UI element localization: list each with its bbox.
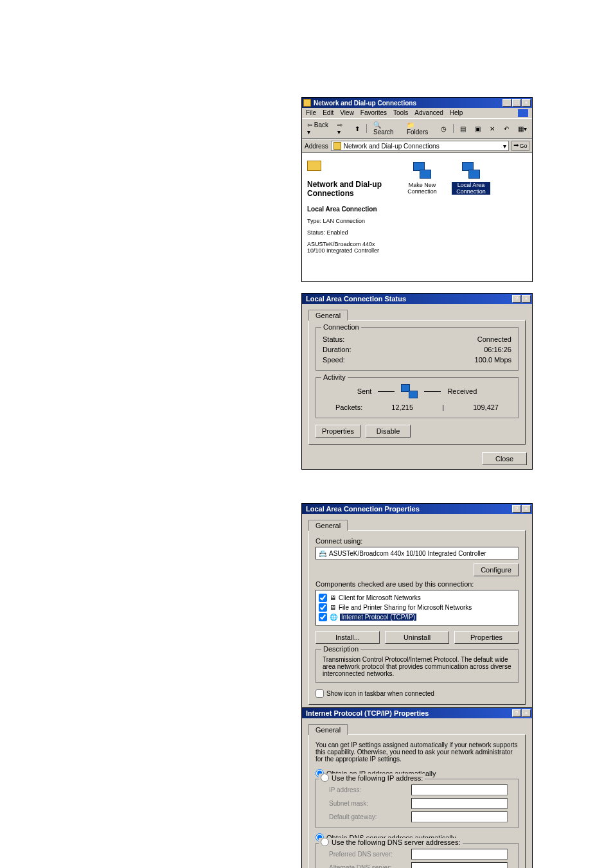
pdns-field: Preferred DNS server: [317,847,514,861]
up-button[interactable]: ⬆ [352,124,362,134]
protocol-icon: 🌐 [330,614,337,621]
close-button[interactable]: × [522,99,531,107]
description-group: Description Transmission Control Protoco… [315,649,519,683]
menu-help[interactable]: Help [450,109,463,117]
folders-button[interactable]: 📁 Folders [404,120,434,137]
close-button[interactable]: × [522,709,531,717]
pdns-input[interactable] [411,849,508,860]
copy-button[interactable]: ▣ [472,124,483,134]
gateway-input[interactable] [411,811,508,822]
use-ip-radio[interactable]: Use the following IP address: [319,774,425,782]
ip-input[interactable] [411,784,508,795]
activity-legend: Activity [321,373,348,381]
close-button[interactable]: × [522,505,531,513]
radio[interactable] [321,838,329,846]
radio-label: Use the following IP address: [332,774,423,782]
chk[interactable] [315,689,324,698]
delete-button[interactable]: ✕ [487,124,497,134]
adns-input[interactable] [411,862,508,868]
help-button[interactable]: ? [512,295,521,303]
address-box[interactable]: Network and Dial-up Connections ▾ [331,141,509,151]
menu-file[interactable]: File [306,109,316,117]
computer-icon: 🖥 [330,594,336,601]
uninstall-button[interactable]: Uninstall [385,631,449,644]
component-label: File and Printer Sharing for Microsoft N… [339,604,472,611]
make-new-connection[interactable]: Make New Connection [403,159,441,275]
chk[interactable] [319,603,327,612]
address-label: Address [305,143,328,150]
tab-general[interactable]: General [308,310,348,321]
radio[interactable] [321,774,329,782]
nic-icon: 📇 [319,550,326,557]
brand-icon [518,109,528,117]
conn-type: Type: LAN Connection [307,218,390,224]
undo-button[interactable]: ↶ [501,124,511,134]
configure-button[interactable]: Configure [474,563,519,576]
ip-field: IP address: [317,783,514,797]
separator [453,124,454,133]
props-title: Local Area Connection Properties [303,505,420,513]
help-button[interactable]: ? [512,505,521,513]
connect-using-label: Connect using: [315,537,519,545]
description-text: Transmission Control Protocol/Internet P… [323,656,511,677]
menu-advanced[interactable]: Advanced [414,109,443,117]
sent-label: Sent [357,387,372,395]
component-label: Internet Protocol (TCP/IP) [340,614,416,621]
field-label: Preferred DNS server: [329,851,406,858]
explorer-title: Network and Dial-up Connections [314,100,416,107]
menu-favorites[interactable]: Favorites [360,109,387,117]
connection-legend: Connection [321,323,361,331]
components-list[interactable]: 🖥Client for Microsoft Networks 🖥File and… [315,590,519,626]
connection-group: Connection Status:Connected Duration:06:… [315,327,519,371]
mask-input[interactable] [411,798,508,809]
status-label: Status: [323,335,344,343]
properties-button[interactable]: Properties [315,425,360,438]
back-button[interactable]: ⇦ Back ▾ [305,120,331,137]
tcpip-title: Internet Protocol (TCP/IP) Properties [303,709,429,717]
explorer-titlebar[interactable]: Network and Dial-up Connections _ □ × [302,98,532,108]
maximize-button[interactable]: □ [512,99,521,107]
description-legend: Description [321,645,360,653]
close-button[interactable]: × [522,295,531,303]
help-button[interactable]: ? [512,709,521,717]
pane-heading: Network and Dial-up Connections [307,180,390,198]
field-label: IP address: [329,786,406,793]
forward-button[interactable]: ⇨ ▾ [335,120,348,137]
connection-icon [461,159,481,180]
tab-general[interactable]: General [308,520,348,531]
received-label: Received [447,387,477,395]
use-dns-radio[interactable]: Use the following DNS server addresses: [319,838,463,846]
close-dialog-button[interactable]: Close [482,452,527,465]
dropdown-icon[interactable]: ▾ [503,143,506,150]
menu-tools[interactable]: Tools [393,109,408,117]
show-icon-checkbox[interactable]: Show icon in taskbar when connected [315,689,519,698]
properties-button[interactable]: Properties [454,631,519,644]
go-button[interactable]: ⮕ Go [511,141,529,151]
menu-view[interactable]: View [340,109,354,117]
show-icon-label: Show icon in taskbar when connected [326,690,434,697]
move-button[interactable]: ▤ [458,124,468,134]
menu-edit[interactable]: Edit [323,109,333,117]
tab-general[interactable]: General [308,724,348,735]
line-icon [378,391,395,392]
local-area-connection[interactable]: Local Area Connection [452,159,490,275]
connection-icon [412,159,432,180]
search-button[interactable]: 🔍 Search [371,120,400,137]
chk[interactable] [319,613,327,621]
minimize-button[interactable]: _ [502,99,511,107]
field-label: Alternate DNS server: [329,864,406,868]
intro-text: You can get IP settings assigned automat… [315,741,519,763]
components-label: Components checked are used by this conn… [315,580,519,588]
network-folder-icon [307,161,321,171]
views-button[interactable]: ▦▾ [515,124,529,134]
component-fileshare[interactable]: 🖥File and Printer Sharing for Microsoft … [319,603,515,612]
status-value: Connected [477,335,511,343]
separator [366,124,367,133]
disable-button[interactable]: Disable [366,425,411,438]
history-button[interactable]: ◷ [438,124,449,134]
chk[interactable] [319,594,327,602]
component-tcpip[interactable]: 🌐Internet Protocol (TCP/IP) [319,612,515,622]
component-client[interactable]: 🖥Client for Microsoft Networks [319,593,515,603]
install-button[interactable]: Install... [315,631,380,644]
packets-sent: 12,215 [391,403,413,411]
